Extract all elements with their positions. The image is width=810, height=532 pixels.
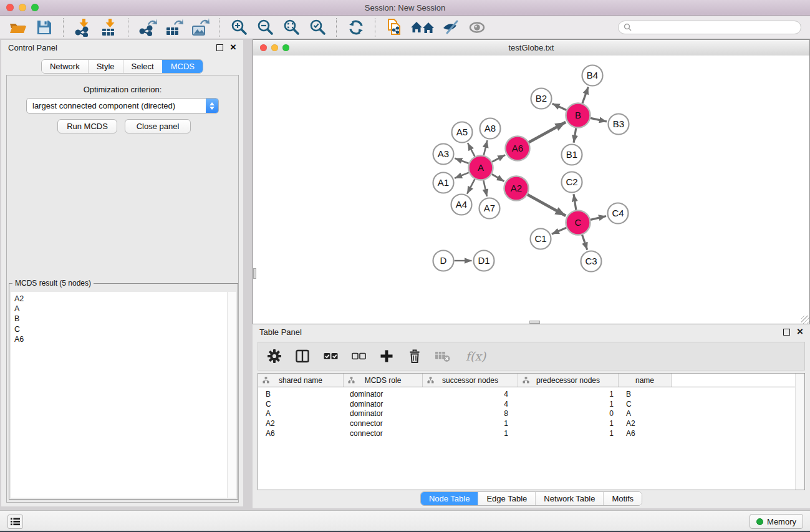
- function-builder-button[interactable]: f(x): [463, 348, 489, 364]
- graph-node-A3[interactable]: A3: [433, 144, 454, 165]
- table-row[interactable]: Adominator80A: [258, 409, 804, 419]
- table-scrollbar[interactable]: [795, 374, 804, 490]
- graph-edge-C-C1[interactable]: [552, 228, 566, 234]
- table-cell[interactable]: A6: [619, 429, 672, 438]
- table-cell[interactable]: A: [258, 409, 344, 418]
- clone-network-button[interactable]: [383, 17, 407, 37]
- mcds-result-item[interactable]: A6: [14, 334, 227, 344]
- tab-edge-table[interactable]: Edge Table: [478, 492, 535, 505]
- home-button[interactable]: [409, 17, 436, 37]
- mcds-result-item[interactable]: B: [14, 314, 227, 324]
- graph-edge-A2-C[interactable]: [528, 195, 566, 216]
- graph-node-B3[interactable]: B3: [609, 114, 629, 135]
- run-mcds-button[interactable]: Run MCDS: [57, 119, 117, 133]
- tab-mcds[interactable]: MCDS: [162, 60, 203, 73]
- mcds-result-item[interactable]: C: [14, 324, 227, 334]
- table-cell[interactable]: 1: [423, 429, 518, 438]
- graph-edge-A-A3[interactable]: [455, 158, 468, 163]
- network-window-titlebar[interactable]: testGlobe.txt: [253, 40, 809, 56]
- graph-edge-A-A1[interactable]: [455, 173, 469, 178]
- table-cell[interactable]: connector: [344, 429, 423, 438]
- graph-node-C1[interactable]: C1: [531, 229, 551, 249]
- column-header-predecessor-nodes[interactable]: predecessor nodes: [518, 374, 619, 387]
- zoom-out-button[interactable]: [253, 17, 277, 37]
- table-cell[interactable]: 4: [423, 400, 518, 409]
- graph-edge-B-B1[interactable]: [574, 128, 576, 142]
- table-row[interactable]: Bdominator41B: [258, 389, 804, 399]
- float-panel-icon[interactable]: [216, 44, 223, 51]
- table-row[interactable]: A2connector11A2: [258, 418, 804, 428]
- minimize-view-icon[interactable]: [271, 44, 278, 51]
- add-column-button[interactable]: [378, 348, 395, 364]
- export-network-button[interactable]: [136, 17, 160, 37]
- tab-motifs[interactable]: Motifs: [603, 492, 642, 505]
- import-table-button[interactable]: [97, 17, 121, 37]
- table-cell[interactable]: A6: [258, 429, 344, 438]
- mcds-result-list[interactable]: A2ABCA6: [11, 292, 227, 498]
- graph-node-D[interactable]: D: [433, 251, 454, 271]
- table-row[interactable]: Cdominator41C: [258, 399, 804, 409]
- table-row[interactable]: A6connector11A6: [258, 428, 804, 438]
- window-titlebar[interactable]: Session: New Session: [0, 0, 810, 16]
- graph-edge-A-A4[interactable]: [467, 179, 475, 194]
- tab-node-table[interactable]: Node Table: [421, 492, 478, 505]
- table-cell[interactable]: dominator: [344, 390, 423, 399]
- table-cell[interactable]: A: [619, 409, 672, 418]
- mcds-result-item[interactable]: A: [14, 304, 227, 314]
- delete-column-button[interactable]: [407, 348, 423, 364]
- maximize-window-icon[interactable]: [31, 4, 39, 11]
- table-cell[interactable]: 0: [518, 409, 619, 418]
- table-cell[interactable]: 1: [518, 400, 619, 409]
- zoom-in-button[interactable]: [227, 17, 251, 37]
- table-cell[interactable]: C: [619, 400, 672, 409]
- graph-node-A1[interactable]: A1: [433, 173, 454, 193]
- save-session-button[interactable]: [32, 17, 56, 37]
- select-all-columns-button[interactable]: [322, 348, 339, 364]
- graph-node-A4[interactable]: A4: [451, 195, 472, 215]
- table-cell[interactable]: B: [619, 390, 672, 399]
- graph-edge-A-A6[interactable]: [492, 155, 505, 162]
- column-header-name[interactable]: name: [619, 374, 672, 387]
- table-cell[interactable]: 1: [423, 419, 518, 428]
- graph-node-C4[interactable]: C4: [608, 203, 629, 224]
- graph-edge-B-B2[interactable]: [552, 104, 567, 110]
- table-cell[interactable]: 1: [518, 429, 619, 438]
- mcds-result-item[interactable]: A2: [14, 294, 227, 304]
- graph-edge-C-C2[interactable]: [574, 194, 576, 210]
- graph-edge-A-A7[interactable]: [483, 180, 487, 196]
- graph-edge-A-A8[interactable]: [484, 140, 488, 155]
- graph-node-A8[interactable]: A8: [480, 118, 501, 139]
- column-manager-button[interactable]: [294, 348, 311, 364]
- graph-edge-B-B4[interactable]: [582, 87, 588, 103]
- tab-select[interactable]: Select: [123, 60, 162, 73]
- close-window-icon[interactable]: [6, 4, 14, 11]
- graph-node-A[interactable]: A: [469, 156, 493, 180]
- graph-edge-C-C4[interactable]: [591, 216, 606, 220]
- column-header-successor-nodes[interactable]: successor nodes: [423, 374, 518, 387]
- table-cell[interactable]: A2: [258, 419, 344, 428]
- memory-button[interactable]: Memory: [750, 514, 803, 529]
- table-settings-button[interactable]: [266, 348, 282, 364]
- table-cell[interactable]: 1: [518, 390, 619, 399]
- close-panel-icon[interactable]: ×: [230, 43, 236, 52]
- graph-edge-A6-B[interactable]: [529, 122, 566, 142]
- column-header-mcds-role[interactable]: MCDS role: [344, 374, 423, 387]
- export-table-button[interactable]: [162, 17, 186, 37]
- close-view-icon[interactable]: [260, 44, 267, 51]
- minimize-window-icon[interactable]: [19, 4, 26, 11]
- deselect-all-columns-button[interactable]: [350, 348, 367, 364]
- graph-edge-C-C3[interactable]: [582, 235, 587, 249]
- maximize-view-icon[interactable]: [282, 44, 289, 51]
- float-table-panel-icon[interactable]: [783, 329, 790, 336]
- criterion-select[interactable]: largest connected component (directed): [26, 98, 219, 114]
- table-cell[interactable]: 8: [423, 409, 518, 418]
- resize-corner[interactable]: [801, 316, 809, 324]
- table-cell[interactable]: connector: [344, 419, 423, 428]
- graph-node-B[interactable]: B: [566, 104, 591, 128]
- show-hide-graphics-button[interactable]: [439, 17, 463, 37]
- graph-node-B2[interactable]: B2: [531, 89, 552, 109]
- zoom-fit-button[interactable]: [279, 17, 303, 37]
- export-image-button[interactable]: [188, 17, 212, 37]
- table-cell[interactable]: 4: [423, 390, 518, 399]
- toggle-view-button[interactable]: [465, 17, 489, 37]
